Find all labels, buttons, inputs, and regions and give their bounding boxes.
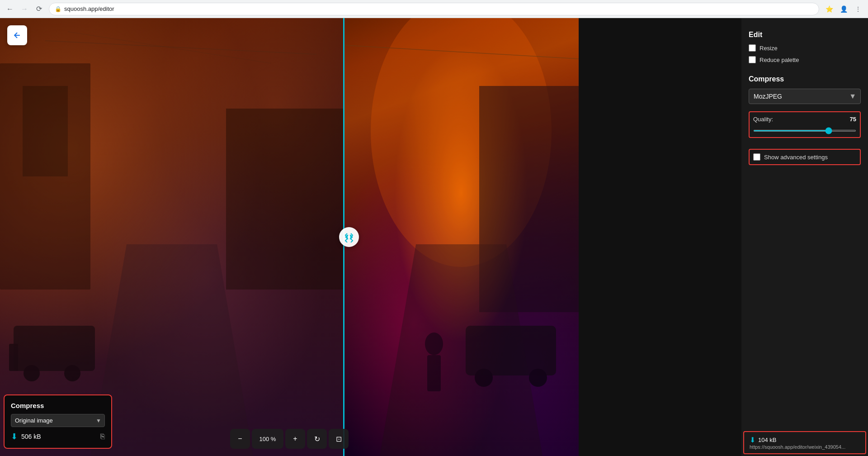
output-file-size: 104 kB bbox=[758, 437, 776, 443]
lock-icon: 🔒 bbox=[55, 6, 61, 12]
scene-left-svg bbox=[0, 18, 344, 456]
svg-line-5 bbox=[68, 32, 271, 63]
svg-point-8 bbox=[24, 365, 40, 381]
reduce-palette-label[interactable]: Reduce palette bbox=[760, 57, 799, 63]
bottom-toolbar: − 100 % + ↻ ⊡ bbox=[230, 429, 349, 449]
reduce-palette-row: Reduce palette bbox=[749, 56, 861, 63]
app-back-button[interactable] bbox=[7, 25, 27, 45]
browser-actions: ⭐ 👤 ⋮ bbox=[823, 3, 864, 15]
right-settings-panel: Edit Resize Reduce palette Compress MozJ… bbox=[741, 18, 868, 456]
zoom-out-button[interactable]: − bbox=[230, 429, 250, 449]
reload-button[interactable]: ⟳ bbox=[33, 3, 45, 15]
image-left-panel bbox=[0, 18, 344, 456]
svg-rect-7 bbox=[9, 344, 18, 371]
svg-rect-1 bbox=[23, 86, 68, 176]
left-file-size: ⬇ 506 kB bbox=[11, 432, 41, 442]
output-size-row: ⬇ 104 kB bbox=[750, 436, 860, 444]
zoom-in-button[interactable]: + bbox=[285, 429, 305, 449]
svg-point-16 bbox=[529, 369, 547, 387]
left-download-button[interactable]: ⬇ bbox=[11, 432, 18, 442]
svg-rect-14 bbox=[466, 326, 556, 375]
back-arrow-icon bbox=[13, 31, 22, 40]
left-format-select[interactable]: Original image bbox=[11, 414, 105, 427]
output-info-panel: ⬇ 104 kB https://squoosh.app/editor/weix… bbox=[743, 431, 866, 454]
resize-label[interactable]: Resize bbox=[760, 45, 778, 52]
back-nav-button[interactable]: ← bbox=[4, 3, 16, 15]
address-bar[interactable]: 🔒 squoosh.app/editor bbox=[49, 3, 819, 15]
divider-handle[interactable] bbox=[339, 227, 359, 247]
profile-button[interactable]: 👤 bbox=[837, 3, 850, 15]
left-panel-title: Compress bbox=[11, 402, 105, 409]
advanced-settings-checkbox[interactable] bbox=[753, 153, 760, 161]
url-text: squoosh.app/editor bbox=[64, 5, 114, 12]
left-copy-button[interactable]: ⎘ bbox=[100, 432, 105, 441]
left-compress-panel: Compress Original image ▼ ⬇ 506 kB ⎘ bbox=[4, 394, 112, 449]
svg-rect-18 bbox=[427, 355, 441, 391]
rotate-button[interactable]: ↻ bbox=[307, 429, 327, 449]
image-canvas: Compress Original image ▼ ⬇ 506 kB ⎘ − 1… bbox=[0, 18, 579, 456]
svg-point-15 bbox=[475, 369, 493, 387]
output-url-text: https://squoosh.app/editor/weixin_439054… bbox=[750, 444, 860, 450]
compress-select-wrapper: MozJPEG ▼ bbox=[749, 89, 861, 104]
quality-section: Quality: 75 bbox=[749, 111, 861, 138]
show-advanced-label[interactable]: Show advanced settings bbox=[764, 154, 828, 161]
menu-button[interactable]: ⋮ bbox=[852, 3, 864, 15]
compress-section-title: Compress bbox=[749, 75, 861, 83]
left-panel-select-wrapper: Original image ▼ bbox=[11, 414, 105, 427]
advanced-settings-row: Show advanced settings bbox=[749, 149, 861, 165]
svg-point-9 bbox=[64, 365, 80, 381]
left-panel-footer: ⬇ 506 kB ⎘ bbox=[11, 432, 105, 442]
app-container: Compress Original image ▼ ⬇ 506 kB ⎘ − 1… bbox=[0, 18, 868, 456]
image-right-panel bbox=[344, 18, 579, 456]
resize-row: Resize bbox=[749, 44, 861, 52]
browser-chrome: ← → ⟳ 🔒 squoosh.app/editor ⭐ 👤 ⋮ bbox=[0, 0, 868, 18]
zoom-level-display: 100 % bbox=[252, 429, 283, 449]
quality-row: Quality: 75 bbox=[753, 116, 856, 123]
quality-value: 75 bbox=[850, 116, 856, 123]
extensions-button[interactable]: ⭐ bbox=[823, 3, 835, 15]
resize-checkbox[interactable] bbox=[749, 44, 756, 52]
svg-point-17 bbox=[425, 332, 443, 355]
compress-format-select[interactable]: MozJPEG bbox=[749, 89, 861, 104]
edit-section-title: Edit bbox=[749, 31, 861, 39]
svg-rect-6 bbox=[14, 326, 95, 371]
nav-buttons: ← → ⟳ bbox=[4, 3, 45, 15]
svg-line-4 bbox=[45, 41, 316, 54]
reduce-palette-checkbox[interactable] bbox=[749, 56, 756, 63]
divider-handle-icon bbox=[344, 232, 354, 242]
quality-label: Quality: bbox=[753, 116, 773, 123]
download-icon: ⬇ bbox=[750, 436, 755, 444]
fullscreen-button[interactable]: ⊡ bbox=[329, 429, 349, 449]
svg-rect-2 bbox=[226, 109, 344, 290]
forward-nav-button[interactable]: → bbox=[18, 3, 31, 15]
quality-slider[interactable] bbox=[753, 130, 856, 132]
scene-right-svg bbox=[344, 18, 579, 456]
